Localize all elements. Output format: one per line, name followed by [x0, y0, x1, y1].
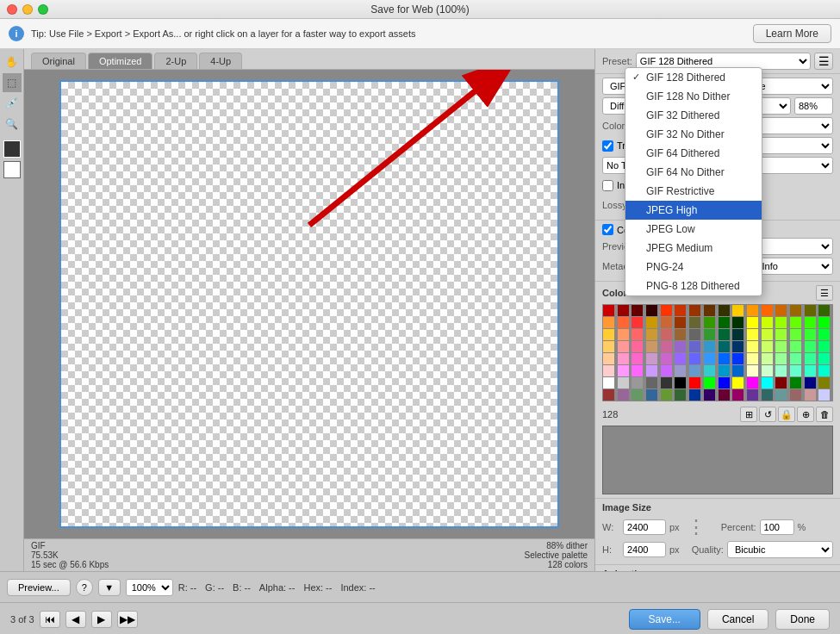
- color-cell[interactable]: [790, 389, 801, 401]
- color-table-menu-button[interactable]: ☰: [816, 285, 833, 301]
- color-cell[interactable]: [719, 317, 730, 328]
- color-cell[interactable]: [618, 389, 629, 401]
- color-cell[interactable]: [661, 317, 672, 328]
- color-cell[interactable]: [661, 365, 672, 376]
- color-cell[interactable]: [661, 305, 672, 316]
- color-cell[interactable]: [762, 317, 773, 328]
- color-cell[interactable]: [818, 341, 830, 352]
- color-cell[interactable]: [661, 389, 672, 401]
- color-cell[interactable]: [818, 305, 830, 316]
- color-cell[interactable]: [618, 365, 629, 376]
- color-cell[interactable]: [732, 377, 744, 388]
- color-cell[interactable]: [704, 365, 715, 376]
- color-cell[interactable]: [689, 377, 700, 388]
- color-refresh-button[interactable]: ↺: [759, 407, 776, 422]
- color-cell[interactable]: [762, 377, 773, 388]
- color-cell[interactable]: [818, 389, 830, 401]
- convert-srgb-checkbox[interactable]: [602, 224, 613, 235]
- color-cell[interactable]: [603, 305, 614, 316]
- color-delete-button[interactable]: 🗑: [816, 407, 833, 422]
- color-cell[interactable]: [646, 353, 657, 364]
- eyedropper-tool[interactable]: 💉: [3, 94, 22, 113]
- color-cell[interactable]: [646, 365, 657, 376]
- color-cell[interactable]: [632, 365, 643, 376]
- color-cell[interactable]: [603, 353, 614, 364]
- color-cell[interactable]: [689, 305, 700, 316]
- color-cell[interactable]: [618, 305, 629, 316]
- color-cell[interactable]: [603, 389, 614, 401]
- color-cell[interactable]: [675, 305, 686, 316]
- color-cell[interactable]: [646, 389, 657, 401]
- color-cell[interactable]: [689, 341, 700, 352]
- dropdown-item-png24[interactable]: PNG-24: [625, 258, 762, 277]
- percent-input[interactable]: [760, 519, 794, 535]
- color-cell[interactable]: [747, 353, 758, 364]
- color-cell[interactable]: [805, 365, 816, 376]
- color-cell[interactable]: [704, 329, 715, 340]
- color-cell[interactable]: [646, 329, 657, 340]
- color-cell[interactable]: [762, 329, 773, 340]
- color-cell[interactable]: [632, 341, 643, 352]
- color-cell[interactable]: [775, 365, 787, 376]
- color-cell[interactable]: [661, 329, 672, 340]
- color-cell[interactable]: [646, 377, 657, 388]
- dropdown-item-gif128nodither[interactable]: GIF 128 No Dither: [625, 87, 762, 106]
- color-cell[interactable]: [747, 317, 758, 328]
- maximize-button[interactable]: [38, 4, 48, 15]
- color-cell[interactable]: [747, 365, 758, 376]
- preview-button[interactable]: Preview...: [7, 579, 71, 596]
- color-cell[interactable]: [632, 353, 643, 364]
- zoom-tool[interactable]: 🔍: [3, 115, 22, 134]
- color-cell[interactable]: [805, 389, 816, 401]
- color-cell[interactable]: [762, 353, 773, 364]
- color-cell[interactable]: [762, 389, 773, 401]
- color-add-button[interactable]: ⊕: [797, 407, 814, 422]
- color-cell[interactable]: [762, 365, 773, 376]
- color-cell[interactable]: [790, 317, 801, 328]
- color-cell[interactable]: [805, 329, 816, 340]
- color-cell[interactable]: [775, 329, 787, 340]
- color-cell[interactable]: [675, 365, 686, 376]
- color-cell[interactable]: [818, 377, 830, 388]
- tab-2up[interactable]: 2-Up: [154, 53, 197, 69]
- save-button[interactable]: Save...: [629, 609, 700, 630]
- color-cell[interactable]: [805, 341, 816, 352]
- color-cell[interactable]: [689, 365, 700, 376]
- color-cell[interactable]: [790, 305, 801, 316]
- dropdown-item-png8128dither[interactable]: PNG-8 128 Dithered: [625, 277, 762, 295]
- color-cell[interactable]: [661, 377, 672, 388]
- color-cell[interactable]: [646, 341, 657, 352]
- color-cell[interactable]: [603, 329, 614, 340]
- help-button[interactable]: ?: [76, 579, 93, 596]
- quality-select[interactable]: Bicubic: [727, 541, 833, 558]
- nav-first-button[interactable]: ⏮: [40, 611, 60, 628]
- learn-more-button[interactable]: Learn More: [753, 24, 831, 43]
- color-cell[interactable]: [675, 389, 686, 401]
- color-cell[interactable]: [675, 329, 686, 340]
- preset-gear-button[interactable]: ☰: [814, 53, 833, 70]
- color-cell[interactable]: [790, 353, 801, 364]
- select-tool[interactable]: ⬚: [3, 73, 22, 92]
- color-cell[interactable]: [618, 329, 629, 340]
- color-cell[interactable]: [675, 353, 686, 364]
- color-cell[interactable]: [818, 329, 830, 340]
- color-cell[interactable]: [719, 377, 730, 388]
- color-cell[interactable]: [618, 317, 629, 328]
- color-swatch-bg[interactable]: [3, 161, 21, 178]
- color-cell[interactable]: [762, 341, 773, 352]
- color-cell[interactable]: [775, 377, 787, 388]
- color-cell[interactable]: [704, 377, 715, 388]
- color-cell[interactable]: [747, 341, 758, 352]
- color-cell[interactable]: [747, 305, 758, 316]
- done-button[interactable]: Done: [775, 609, 830, 630]
- color-cell[interactable]: [790, 377, 801, 388]
- nav-play-button[interactable]: ▶: [91, 611, 112, 628]
- color-cell[interactable]: [704, 305, 715, 316]
- hand-tool[interactable]: ✋: [3, 53, 22, 71]
- color-cell[interactable]: [632, 389, 643, 401]
- color-cell[interactable]: [762, 305, 773, 316]
- color-cell[interactable]: [704, 389, 715, 401]
- color-cell[interactable]: [775, 305, 787, 316]
- color-cell[interactable]: [732, 389, 744, 401]
- color-cell[interactable]: [719, 305, 730, 316]
